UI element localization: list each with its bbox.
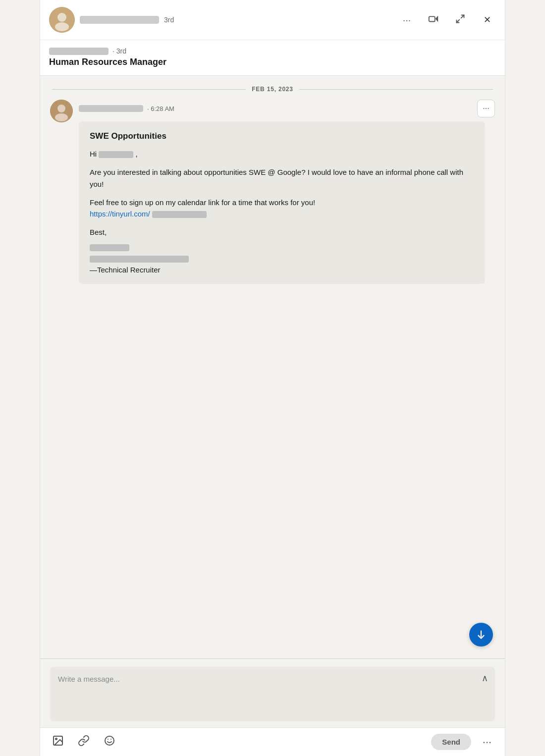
contact-name-blurred	[49, 48, 109, 55]
toolbar-left-icons	[50, 734, 117, 750]
contact-name-row: · 3rd	[49, 47, 496, 55]
message-text: Hi , Are you interested in talking about…	[90, 148, 474, 253]
message-input-area: Write a message... ∧	[40, 658, 505, 727]
recipient-name-blurred	[99, 151, 133, 158]
contact-avatar	[49, 7, 75, 33]
contact-title: Human Resources Manager	[49, 57, 496, 67]
scroll-down-icon	[476, 629, 487, 640]
svg-point-12	[105, 736, 114, 745]
recruiter-title: —Technical Recruiter	[90, 266, 474, 274]
bottom-toolbar: Send ···	[40, 727, 505, 756]
svg-point-2	[55, 22, 69, 31]
expand-button[interactable]	[451, 11, 469, 29]
divider-line-right	[299, 89, 493, 90]
calendar-link[interactable]: https://tinyurl.com/	[90, 210, 152, 218]
contact-name-header	[80, 16, 159, 24]
image-attach-button[interactable]	[50, 734, 66, 750]
video-call-button[interactable]	[425, 11, 442, 29]
collapse-input-button[interactable]: ∧	[482, 673, 488, 684]
sign-off: Best,	[90, 226, 474, 238]
message-input-box[interactable]: Write a message... ∧	[50, 667, 495, 721]
link-icon	[78, 735, 90, 750]
sender-title-blurred	[90, 256, 189, 263]
message-sender-avatar	[50, 100, 73, 122]
close-icon: ✕	[484, 14, 491, 25]
link-button[interactable]	[76, 734, 92, 750]
svg-marker-4	[436, 15, 438, 22]
date-label: FEB 15, 2023	[252, 86, 293, 93]
message-body: · 6:28 AM ··· SWE Opportunities Hi , Are…	[79, 100, 495, 284]
scroll-to-bottom-button[interactable]	[469, 623, 493, 647]
comma-text: ,	[136, 150, 138, 158]
svg-point-11	[55, 738, 57, 740]
emoji-button[interactable]	[102, 734, 117, 750]
header-icons: ···	[398, 11, 496, 29]
messenger-window: 3rd ···	[40, 0, 505, 756]
svg-rect-3	[429, 16, 435, 21]
send-button[interactable]: Send	[431, 734, 471, 750]
contact-info-bar: · 3rd Human Resources Manager	[40, 40, 505, 76]
message-options-icon: ···	[483, 104, 489, 113]
header-left: 3rd	[49, 7, 174, 33]
more-options-button[interactable]: ···	[398, 11, 416, 29]
divider-line-left	[52, 89, 246, 90]
svg-point-9	[55, 113, 68, 121]
more-toolbar-button[interactable]: ···	[479, 734, 495, 750]
more-icon: ···	[403, 14, 411, 26]
chat-area[interactable]: FEB 15, 2023 · 6:28 AM ···	[40, 76, 505, 658]
message-item: · 6:28 AM ··· SWE Opportunities Hi , Are…	[40, 100, 505, 294]
svg-point-1	[57, 13, 66, 22]
message-sender-name	[79, 105, 143, 112]
toolbar-right: Send ···	[431, 734, 495, 750]
emoji-icon	[104, 735, 115, 750]
more-toolbar-icon: ···	[483, 736, 491, 749]
close-button[interactable]: ✕	[478, 11, 496, 29]
greeting-text: Hi	[90, 150, 97, 158]
message-header-row: · 6:28 AM ···	[79, 100, 495, 117]
chat-header: 3rd ···	[40, 0, 505, 40]
body-paragraph-1: Are you interested in talking about oppo…	[90, 166, 474, 190]
message-input-placeholder: Write a message...	[58, 675, 120, 683]
video-icon	[428, 13, 439, 27]
calendar-link-suffix-blurred	[152, 211, 207, 218]
collapse-icon: ∧	[482, 673, 488, 683]
svg-point-8	[57, 105, 65, 112]
sender-name-blurred	[90, 244, 129, 251]
contact-degree: · 3rd	[112, 47, 126, 55]
message-signature: Best,	[90, 226, 474, 253]
body-line2-text: Feel free to sign up on my calendar link…	[90, 198, 315, 207]
message-time: · 6:28 AM	[147, 105, 174, 112]
message-subject: SWE Opportunities	[90, 131, 474, 141]
message-card: SWE Opportunities Hi , Are you intereste…	[79, 121, 485, 284]
expand-icon	[455, 14, 465, 26]
calendar-link-text: https://tinyurl.com/	[90, 210, 150, 218]
date-divider: FEB 15, 2023	[40, 76, 505, 100]
header-degree: 3rd	[164, 16, 174, 24]
body-paragraph-2: Feel free to sign up on my calendar link…	[90, 197, 474, 220]
image-icon	[52, 735, 64, 750]
message-sig-title-row	[90, 256, 474, 263]
message-options-button[interactable]: ···	[477, 100, 495, 117]
